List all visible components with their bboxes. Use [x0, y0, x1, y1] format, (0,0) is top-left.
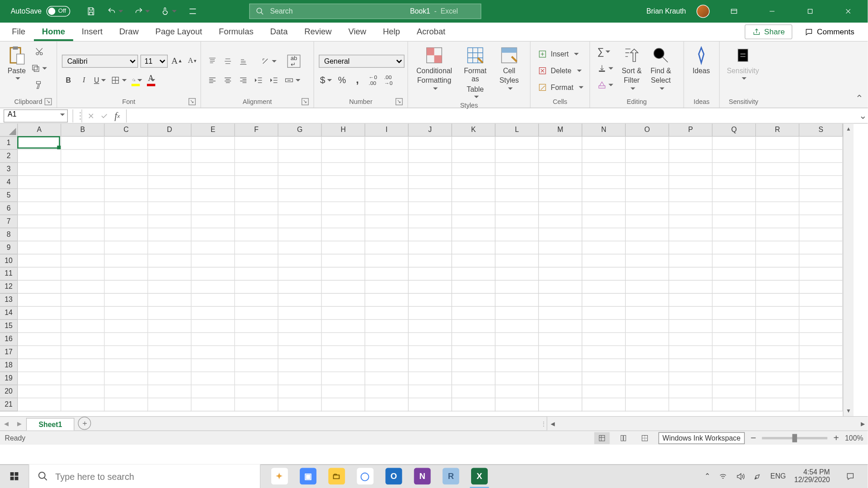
- cell[interactable]: [148, 215, 192, 228]
- cell[interactable]: [148, 228, 192, 241]
- cell[interactable]: [495, 228, 539, 241]
- cell[interactable]: [539, 281, 582, 294]
- cell[interactable]: [712, 372, 756, 385]
- cell[interactable]: [799, 176, 843, 189]
- cell[interactable]: [61, 399, 105, 412]
- cell[interactable]: [669, 150, 712, 163]
- taskbar-app-zoom[interactable]: ▣: [294, 465, 322, 488]
- cell[interactable]: [365, 176, 409, 189]
- increase-decimal-icon[interactable]: ←0.00: [366, 73, 379, 86]
- cell[interactable]: [452, 320, 495, 333]
- paste-button[interactable]: Paste: [4, 44, 30, 82]
- cell[interactable]: [322, 399, 365, 412]
- cell[interactable]: [799, 137, 843, 150]
- cell[interactable]: [365, 333, 409, 346]
- cell[interactable]: [235, 294, 278, 307]
- taskbar-search[interactable]: Type here to search: [28, 465, 260, 488]
- cell[interactable]: [192, 163, 235, 176]
- cell[interactable]: [669, 307, 712, 320]
- cell[interactable]: [495, 294, 539, 307]
- cell[interactable]: [105, 202, 148, 215]
- cell[interactable]: [495, 399, 539, 412]
- collapse-ribbon-icon[interactable]: ⌃: [855, 93, 863, 104]
- cell[interactable]: [669, 385, 712, 399]
- cell[interactable]: [756, 320, 799, 333]
- cell[interactable]: [235, 281, 278, 294]
- cell[interactable]: [322, 333, 365, 346]
- cell[interactable]: [626, 176, 669, 189]
- share-button[interactable]: Share: [745, 24, 793, 39]
- cell[interactable]: [669, 202, 712, 215]
- cell[interactable]: [626, 307, 669, 320]
- cell[interactable]: [148, 359, 192, 372]
- cell[interactable]: [278, 359, 322, 372]
- cell[interactable]: [409, 281, 452, 294]
- cell[interactable]: [626, 372, 669, 385]
- cell[interactable]: [626, 281, 669, 294]
- cell[interactable]: [495, 137, 539, 150]
- zoom-out-button[interactable]: −: [750, 432, 756, 443]
- cell[interactable]: [539, 163, 582, 176]
- cell[interactable]: [61, 267, 105, 281]
- cell[interactable]: [669, 281, 712, 294]
- cell[interactable]: [582, 176, 626, 189]
- tab-view[interactable]: View: [340, 23, 374, 41]
- cell[interactable]: [756, 215, 799, 228]
- cell[interactable]: [799, 359, 843, 372]
- decrease-indent-icon[interactable]: [252, 73, 265, 86]
- cell[interactable]: [278, 385, 322, 399]
- cell[interactable]: [105, 385, 148, 399]
- wifi-icon[interactable]: [719, 472, 728, 481]
- cell[interactable]: [322, 241, 365, 254]
- cell[interactable]: [495, 281, 539, 294]
- column-header[interactable]: B: [61, 124, 105, 137]
- cell[interactable]: [799, 241, 843, 254]
- start-button[interactable]: [0, 465, 28, 488]
- cell[interactable]: [235, 163, 278, 176]
- cell[interactable]: [669, 228, 712, 241]
- tray-overflow-icon[interactable]: ⌃: [704, 472, 710, 480]
- cell[interactable]: [235, 228, 278, 241]
- cell-styles-button[interactable]: CellStyles: [494, 44, 524, 92]
- cell[interactable]: [669, 333, 712, 346]
- row-header[interactable]: 11: [0, 267, 18, 281]
- cell[interactable]: [61, 241, 105, 254]
- cell[interactable]: [669, 176, 712, 189]
- cell[interactable]: [756, 359, 799, 372]
- cell[interactable]: [18, 215, 61, 228]
- toggle-switch-icon[interactable]: Off: [47, 6, 71, 17]
- cell[interactable]: [799, 385, 843, 399]
- cell[interactable]: [148, 307, 192, 320]
- cell[interactable]: [539, 294, 582, 307]
- fill-color-icon[interactable]: [130, 73, 143, 86]
- cell[interactable]: [452, 346, 495, 359]
- cell[interactable]: [322, 254, 365, 267]
- zoom-in-button[interactable]: +: [834, 432, 839, 443]
- cell[interactable]: [539, 399, 582, 412]
- cell[interactable]: [626, 359, 669, 372]
- sheet-tab-resize-icon[interactable]: ⋮: [541, 417, 547, 430]
- alignment-dialog-icon[interactable]: ↘: [302, 98, 309, 105]
- number-dialog-icon[interactable]: ↘: [396, 98, 403, 105]
- cell[interactable]: [148, 267, 192, 281]
- cell[interactable]: [409, 150, 452, 163]
- row-header[interactable]: 7: [0, 215, 18, 228]
- cell[interactable]: [235, 333, 278, 346]
- cell[interactable]: [235, 372, 278, 385]
- row-header[interactable]: 12: [0, 281, 18, 294]
- column-header[interactable]: I: [365, 124, 409, 137]
- cell[interactable]: [192, 346, 235, 359]
- cell[interactable]: [712, 333, 756, 346]
- cell[interactable]: [626, 333, 669, 346]
- comma-format-icon[interactable]: ,: [351, 73, 364, 86]
- font-color-icon[interactable]: A: [146, 73, 159, 86]
- cell[interactable]: [669, 215, 712, 228]
- cell[interactable]: [148, 137, 192, 150]
- cell[interactable]: [61, 137, 105, 150]
- cell[interactable]: [192, 294, 235, 307]
- cell[interactable]: [626, 202, 669, 215]
- cell[interactable]: [322, 137, 365, 150]
- cell[interactable]: [582, 254, 626, 267]
- column-header[interactable]: A: [18, 124, 61, 137]
- cell[interactable]: [105, 294, 148, 307]
